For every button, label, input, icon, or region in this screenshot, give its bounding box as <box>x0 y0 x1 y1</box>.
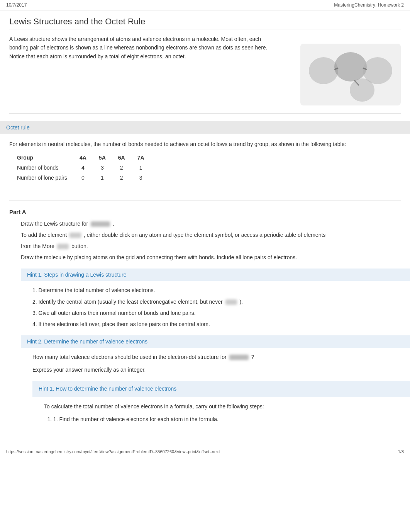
part-a-instruction2: To add the element , either double click… <box>21 230 401 240</box>
table-header-row: Group 4A 5A 6A 7A <box>17 153 151 163</box>
table-bonds-label: Number of bonds <box>17 163 73 173</box>
part-a-body: Draw the Lewis structure for . To add th… <box>9 219 401 424</box>
blurred-molecule-hint2 <box>229 355 249 360</box>
hint2-header: Hint 2. Determine the number of valence … <box>21 335 410 348</box>
sub-hint-section: Hint 1. How to determine the number of v… <box>32 381 401 424</box>
hint1-body: 1. Determine the total number of valence… <box>32 286 401 329</box>
hint2-body: How many total valence electrons should … <box>32 352 401 424</box>
main-content: Lewis Structures and the Octet Rule A Le… <box>0 10 410 438</box>
table-bonds-4a: 4 <box>73 163 93 173</box>
divider-2 <box>9 201 401 201</box>
table-bonds-5a: 3 <box>93 163 112 173</box>
table-col-7a: 7A <box>131 153 151 163</box>
table-bonds-7a: 1 <box>131 163 151 173</box>
hint2-sub-instruction: Express your answer numerically as an in… <box>32 365 401 375</box>
table-col-6a: 6A <box>112 153 131 163</box>
bottom-bar: https://session.masteringchemistry.com/m… <box>0 446 410 457</box>
sub-hint-title[interactable]: Hint 1. How to determine the number of v… <box>39 386 176 392</box>
intro-section: A Lewis structure shows the arrangement … <box>9 35 401 105</box>
octet-rule-title[interactable]: Octet rule <box>6 124 30 131</box>
table-lonepairs-5a: 1 <box>93 173 112 183</box>
hint2-section: Hint 2. Determine the number of valence … <box>21 335 401 424</box>
part-a-title: Part A <box>9 209 401 215</box>
hint1-section: Hint 1. Steps in drawing a Lewis structu… <box>21 269 401 329</box>
page-title: Lewis Structures and the Octet Rule <box>9 17 401 29</box>
table-col-5a: 5A <box>93 153 112 163</box>
hint1-step3: 3. Give all outer atoms their normal num… <box>32 308 401 318</box>
table-bonds-6a: 2 <box>112 163 131 173</box>
octet-rule-body: For elements in neutral molecules, the n… <box>9 140 401 192</box>
table-lonepairs-row: Number of lone pairs 0 1 2 3 <box>17 173 151 183</box>
sub-hint-body: To calculate the total number of valence… <box>44 402 401 424</box>
hint2-description: How many total valence electrons should … <box>32 352 401 362</box>
table-bonds-row: Number of bonds 4 3 2 1 <box>17 163 151 173</box>
hint2-title[interactable]: Hint 2. Determine the number of valence … <box>27 338 147 345</box>
hint1-step2: 2. Identify the central atom (usually th… <box>32 297 401 307</box>
bottom-url: https://session.masteringchemistry.com/m… <box>6 449 220 454</box>
table-lonepairs-4a: 0 <box>73 173 93 183</box>
blurred-molecule-name <box>91 221 110 227</box>
octet-rule-header: Octet rule <box>0 121 410 134</box>
sub-hint-step1: 1. Find the number of valence electrons … <box>53 415 401 424</box>
blurred-hint1 <box>225 299 237 305</box>
top-bar: 10/7/2017 MasteringChemistry: Homework 2 <box>0 0 410 10</box>
divider-1 <box>9 113 401 114</box>
part-a-instruction4: Draw the molecule by placing atoms on th… <box>21 253 401 262</box>
table-lonepairs-6a: 2 <box>112 173 131 183</box>
hint1-step4: 4. If there electrons left over, place t… <box>32 320 401 329</box>
octet-table: Group 4A 5A 6A 7A Number of bonds 4 3 2 … <box>17 153 151 183</box>
bottom-page: 1/8 <box>398 449 404 454</box>
sub-hint-steps: 1. Find the number of valence electrons … <box>44 415 401 424</box>
svg-point-0 <box>309 57 338 84</box>
svg-point-3 <box>350 78 374 102</box>
hint1-title[interactable]: Hint 1. Steps in drawing a Lewis structu… <box>27 272 127 278</box>
svg-point-1 <box>334 52 367 82</box>
molecule-svg <box>300 44 401 105</box>
table-col-group: Group <box>17 153 73 163</box>
page-title-top: MasteringChemistry: Homework 2 <box>334 2 404 8</box>
part-a-instruction1: Draw the Lewis structure for . <box>21 219 401 229</box>
sub-hint-description: To calculate the total number of valence… <box>44 402 401 411</box>
part-a-section: Part A Draw the Lewis structure for . To… <box>9 209 401 424</box>
date-label: 10/7/2017 <box>6 2 27 8</box>
hint1-step1: 1. Determine the total number of valence… <box>32 286 401 295</box>
hint1-header: Hint 1. Steps in drawing a Lewis structu… <box>21 269 410 281</box>
table-lonepairs-7a: 3 <box>131 173 151 183</box>
table-col-4a: 4A <box>73 153 93 163</box>
sub-hint-header: Hint 1. How to determine the number of v… <box>32 381 410 397</box>
blurred-more-button <box>57 244 69 249</box>
part-a-instruction3: from the More button. <box>21 241 401 251</box>
blurred-element-1 <box>69 233 81 238</box>
octet-rule-description: For elements in neutral molecules, the n… <box>9 140 401 148</box>
molecule-image <box>300 44 401 105</box>
table-lonepairs-label: Number of lone pairs <box>17 173 73 183</box>
